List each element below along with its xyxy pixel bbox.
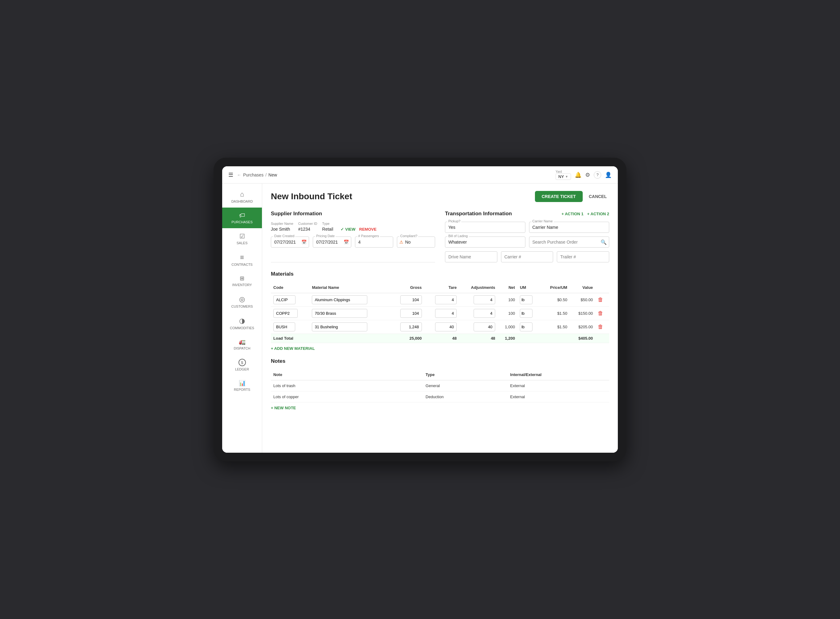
sidebar-item-contracts[interactable]: ≡ CONTRACTS [222,249,262,271]
main-layout: ⌂ DASHBOARD 🏷 PURCHASES ☑ SALES ≡ CONTRA… [222,184,618,453]
gross-input[interactable] [400,323,422,331]
transportation-section: Transportation Information + ACTION 1 + … [445,211,609,262]
material-value-cell: $150.00 [570,307,595,320]
supplier-section-title: Supplier Information [271,211,435,217]
type-label: Type [322,222,333,226]
sidebar-item-reports[interactable]: 📊 REPORTS [222,375,262,396]
material-name-select[interactable]: Aluminum Clippings [312,295,367,304]
material-name-select[interactable]: 31 Busheling [312,323,367,331]
menu-icon[interactable]: ☰ [228,172,233,178]
gross-input[interactable] [400,309,422,318]
supplier-name-group: Supplier Name Joe Smith [271,222,293,232]
add-note-button[interactable]: + NEW NOTE [271,405,609,410]
sidebar-item-customers[interactable]: ◎ CUSTOMERS [222,291,262,312]
adj-input[interactable] [474,309,495,318]
bill-of-lading-input[interactable] [445,236,526,248]
passengers-wrap: # Passengers [355,236,393,248]
main-content: New Inbound Ticket CREATE TICKET CANCEL … [262,184,618,453]
note-text: Lots of copper [271,392,423,402]
col-actions [595,282,609,293]
sidebar-item-purchases[interactable]: 🏷 PURCHASES [222,208,262,228]
col-price-um: Price/UM [541,282,570,293]
material-value-cell: $205.00 [570,320,595,334]
material-delete-cell: 🗑 [595,293,609,307]
date-created-label: Date Created [273,234,295,238]
user-icon[interactable]: 👤 [605,172,612,178]
purchase-order-wrap: 🔍 [529,236,609,248]
date-created-input-wrap: 📅 [271,236,309,248]
carrier-num-input[interactable] [501,251,553,262]
delete-material-button[interactable]: 🗑 [598,310,603,317]
adj-input[interactable] [474,323,495,331]
delete-material-button[interactable]: 🗑 [598,324,603,330]
material-net-cell: 100 [498,293,517,307]
tare-input[interactable] [435,295,457,304]
total-price [541,334,570,343]
header-actions: CREATE TICKET CANCEL [535,191,609,202]
material-price-cell: $1.50 [541,320,570,334]
notes-section-title: Notes [271,358,609,364]
pickup-wrap: Pickup? Yes No [445,222,526,233]
action1-link[interactable]: + ACTION 1 [561,212,583,216]
table-row: COPP2 70/30 Brass 100 lb [271,307,609,320]
col-um: UM [517,282,541,293]
total-row: Load Total 25,000 48 48 1,200 $405.00 [271,334,609,343]
table-row: BUSH 31 Busheling 1,000 lb [271,320,609,334]
customer-id-group: Customer ID #1234 [298,222,317,232]
sidebar-item-dispatch[interactable]: 🚛 DISPATCH [222,334,262,354]
tare-input[interactable] [435,309,457,318]
supplier-name-value: Joe Smith [271,227,293,232]
sidebar-item-ledger[interactable]: $ LEDGER [222,354,262,375]
two-col-section: Supplier Information Supplier Name Joe S… [271,211,609,262]
sidebar-item-sales[interactable]: ☑ SALES [222,228,262,249]
view-link[interactable]: ✓ VIEW [340,227,355,232]
sidebar-label-purchases: PURCHASES [231,220,252,224]
material-code-cell: ALCIP [271,293,309,307]
back-arrow[interactable]: ← [237,172,241,177]
sidebar-label-dashboard: DASHBOARD [231,200,253,203]
remove-link[interactable]: REMOVE [359,227,377,232]
passengers-input[interactable] [355,236,393,248]
material-name-select[interactable]: 70/30 Brass [312,309,367,318]
notes-header-row: Note Type Internal/External [271,369,609,380]
tare-input[interactable] [435,323,457,331]
carrier-name-input[interactable] [529,222,609,233]
pickup-select[interactable]: Yes No [445,222,526,233]
um-select[interactable]: lb [520,323,533,331]
gear-icon[interactable]: ⚙ [585,172,590,178]
um-select[interactable]: lb [520,309,533,318]
um-select[interactable]: lb [520,295,533,304]
action2-link[interactable]: + ACTION 2 [587,212,609,216]
material-adj-cell [459,320,498,334]
delete-material-button[interactable]: 🗑 [598,296,603,303]
supplier-actions: ✓ VIEW REMOVE [340,227,377,232]
help-icon[interactable]: ? [594,171,601,179]
material-net-cell: 1,000 [498,320,517,334]
sidebar-item-dashboard[interactable]: ⌂ DASHBOARD [222,186,262,208]
gross-input[interactable] [400,295,422,304]
total-net: 1,200 [498,334,517,343]
add-material-button[interactable]: + ADD NEW MATERIAL [271,346,609,351]
transport-header: Transportation Information + ACTION 1 + … [445,211,609,217]
bell-icon[interactable]: 🔔 [575,172,581,178]
code-select[interactable]: COPP2 [273,309,298,318]
note-text: Lots of trash [271,380,423,392]
code-select[interactable]: BUSH [273,323,295,331]
create-ticket-button[interactable]: CREATE TICKET [535,191,583,202]
code-select[interactable]: ALCIP [273,295,295,304]
drive-name-input[interactable] [445,251,497,262]
breadcrumb-parent[interactable]: Purchases [243,172,264,177]
cancel-button[interactable]: CANCEL [586,191,609,202]
sidebar-item-commodities[interactable]: ◑ COMMODITIES [222,312,262,334]
adj-input[interactable] [474,295,495,304]
yard-select[interactable]: NY ▼ [556,173,571,180]
purchase-order-input[interactable] [529,236,609,248]
pricing-date-input-wrap: 📅 [313,236,351,248]
pricing-date-label: Pricing Date [315,234,335,238]
supplier-section: Supplier Information Supplier Name Joe S… [271,211,435,262]
col-tare: Tare [424,282,460,293]
sales-icon: ☑ [240,233,245,240]
sidebar-item-inventory[interactable]: ⊞ INVENTORY [222,271,262,291]
trailer-num-input[interactable] [557,251,609,262]
materials-section-title: Materials [271,271,609,277]
